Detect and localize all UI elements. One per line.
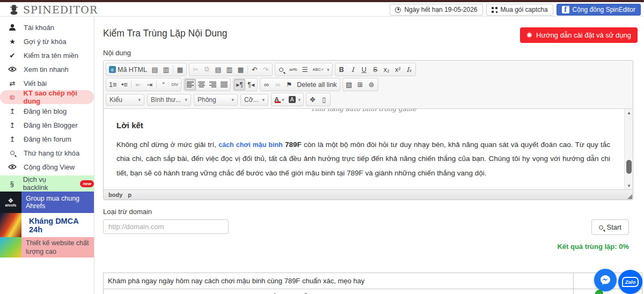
select-all-icon[interactable]: ☰ <box>299 64 311 75</box>
promo-ahrefs[interactable]: ❖ ahrefs Group mua chung Ahrefs <box>0 192 94 213</box>
bullet-list-icon[interactable]: •≡ <box>119 79 130 90</box>
facebook-icon: f <box>562 6 569 13</box>
scroll-thumb[interactable] <box>626 160 632 174</box>
undo-icon[interactable]: ↶ <box>249 64 260 75</box>
exclude-domain-input[interactable] <box>103 219 229 234</box>
italic-icon[interactable]: I <box>347 64 358 75</box>
resize-handle[interactable] <box>627 194 632 199</box>
blockquote-icon[interactable]: “ <box>158 79 169 90</box>
superscript-icon[interactable]: x² <box>392 64 404 75</box>
sidebar-item-upload-blogger[interactable]: ↥ Đăng lên Blogger <box>0 118 94 132</box>
unlink-icon[interactable]: ∞ <box>272 79 283 90</box>
format-dropdown[interactable]: Bình thư...▾ <box>147 94 191 106</box>
find-icon[interactable] <box>276 64 287 75</box>
copyright-icon: © <box>8 93 17 101</box>
community-button[interactable]: f Cộng đồng SpinEditor <box>557 4 641 16</box>
align-center-icon[interactable] <box>196 79 207 90</box>
path-p[interactable]: p <box>128 192 131 198</box>
buy-captcha-button[interactable]: Mua gói captcha <box>486 4 553 16</box>
sidebar-item-domain-check[interactable]: ✔ Kiểm tra tên miền <box>0 48 94 62</box>
paste-word-icon[interactable]: ▦ <box>235 64 246 75</box>
div-container-icon[interactable]: DIV <box>169 79 180 90</box>
remove-format-icon[interactable]: Iₓ <box>404 64 415 75</box>
zalo-icon: Zalo <box>622 277 639 287</box>
text-color-icon[interactable]: A▾ <box>272 94 287 105</box>
expiry-button[interactable]: Ngày hết hạn 19-05-2026 <box>390 4 482 16</box>
redo-icon[interactable]: ↷ <box>260 64 272 75</box>
promo-ahrefs-label: Group mua chung Ahrefs <box>21 192 94 213</box>
path-body[interactable]: body <box>108 192 122 198</box>
scroll-down-icon[interactable]: ▼ <box>625 182 633 189</box>
align-left-icon[interactable] <box>185 79 196 90</box>
preview-icon[interactable]: ▤ <box>149 64 160 75</box>
sidebar-item-keyword-rank[interactable]: Thứ hạng từ khóa <box>0 146 94 160</box>
link-icon: § <box>8 180 16 188</box>
direction-ltr-icon[interactable]: ▸¶ <box>234 79 245 90</box>
font-dropdown[interactable]: Phông▾ <box>194 94 238 106</box>
subscript-icon[interactable]: x₂ <box>381 64 392 75</box>
sidebar-item-quick-news[interactable]: Xem tin nhanh <box>0 62 94 76</box>
paste-text-icon[interactable]: ▥ <box>224 64 235 75</box>
iframe-icon[interactable]: ⊚ <box>366 79 377 90</box>
zalo-button[interactable]: Zalo <box>618 270 642 294</box>
qr-icon <box>492 7 497 13</box>
captcha-label: Mua gói captcha <box>501 6 548 13</box>
messenger-button[interactable] <box>594 269 617 291</box>
align-right-icon[interactable] <box>207 79 218 90</box>
show-blocks-icon[interactable]: ▯ <box>318 94 330 105</box>
underline-icon[interactable]: U <box>358 64 370 75</box>
promo-website-design[interactable]: Thiết kế website chất lượng cao <box>0 237 94 258</box>
sidebar-item-upload-blog[interactable]: ↥ Đăng lên blog <box>0 104 94 118</box>
indent-icon[interactable]: ⇥ <box>144 79 155 90</box>
align-justify-icon[interactable] <box>218 79 230 90</box>
table-icon[interactable]: ⊞ <box>355 79 366 90</box>
bold-icon[interactable]: B <box>336 64 347 75</box>
sidebar-item-label: Thứ hạng từ khóa <box>24 149 79 157</box>
size-dropdown[interactable]: Cỡ...▾ <box>240 94 268 106</box>
sidebar-item-account[interactable]: Tài khoản <box>0 20 94 34</box>
laptop-image <box>0 237 21 258</box>
strikethrough-icon[interactable]: S <box>370 64 381 75</box>
logo[interactable]: SPINEDITOR <box>9 4 98 16</box>
table-row[interactable]: Khám phá ngay ngày hôm nay cách chơi mậu… <box>104 273 642 289</box>
image-icon[interactable]: ▧ <box>343 79 355 90</box>
start-button[interactable]: Start <box>591 219 629 235</box>
upload-icon: ↥ <box>8 107 17 115</box>
promo-dmca[interactable]: Kháng DMCA 24h <box>0 213 94 237</box>
content-label: Nội dung <box>103 49 131 57</box>
sidebar-item-community-view[interactable]: Cộng đồng View <box>0 160 94 174</box>
sidebar-item-copy-check[interactable]: © KT sao chép nội dung <box>0 90 94 104</box>
outdent-icon[interactable]: ⇤ <box>133 79 144 90</box>
promo-dmca-label: Kháng DMCA 24h <box>21 213 94 237</box>
maximize-icon[interactable]: ✥ <box>307 94 318 105</box>
templates-icon[interactable]: ▦ <box>174 64 186 75</box>
styles-dropdown[interactable]: Kiểu▾ <box>106 94 144 106</box>
table-row[interactable]: và chiến lược đỉnh cao giúp người chơi b… <box>104 289 642 294</box>
editor-content[interactable]: Tính năng auto bình trong game Lời kết K… <box>104 109 633 189</box>
scroll-up-icon[interactable]: ▲ <box>625 109 633 116</box>
sidebar-item-backlink-service[interactable]: § Dịch vụ backlink new <box>0 175 94 192</box>
copy-icon[interactable]: ⧉ <box>201 64 213 75</box>
sidebar-item-keyword-suggest[interactable]: ★ Gợi ý từ khóa <box>0 34 94 48</box>
sidebar-item-upload-forum[interactable]: ↥ Đăng lên forum <box>0 132 94 146</box>
print-icon[interactable]: ▥ <box>160 64 172 75</box>
source-button[interactable]: eMã HTML <box>107 64 149 75</box>
cut-icon[interactable]: ✂ <box>190 64 201 75</box>
paste-icon[interactable]: ▤ <box>213 64 224 75</box>
inline-link[interactable]: cách chơi mậu binh <box>218 141 282 149</box>
delete-all-link-button[interactable]: Delete all link <box>295 79 339 90</box>
link-icon[interactable]: ∞ <box>261 79 272 90</box>
replace-icon[interactable]: a⇄b <box>287 64 299 75</box>
anchor-icon[interactable]: ⚑ <box>283 79 295 90</box>
ordered-list-icon[interactable]: 1≡ <box>107 79 119 90</box>
spellcheck-icon[interactable]: ABC✓▾ <box>311 64 332 75</box>
sidebar-item-label: Kiểm tra tên miền <box>24 52 78 60</box>
sidebar-item-label: Cộng đồng View <box>24 163 75 171</box>
sidebar-item-write-article[interactable]: ⇄ Viết bài <box>0 76 94 90</box>
guide-button[interactable]: ✺ Hướng dẫn cài đặt và sử dụng <box>520 27 638 43</box>
gear-icon: ✺ <box>526 31 532 39</box>
sidebar: Tài khoản ★ Gợi ý từ khóa ✔ Kiểm tra tên… <box>0 17 94 294</box>
bg-color-icon[interactable]: A▾ <box>287 94 303 105</box>
direction-rtl-icon[interactable]: ¶◂ <box>245 79 257 90</box>
editor-scrollbar[interactable]: ▲ ▼ <box>624 109 633 189</box>
